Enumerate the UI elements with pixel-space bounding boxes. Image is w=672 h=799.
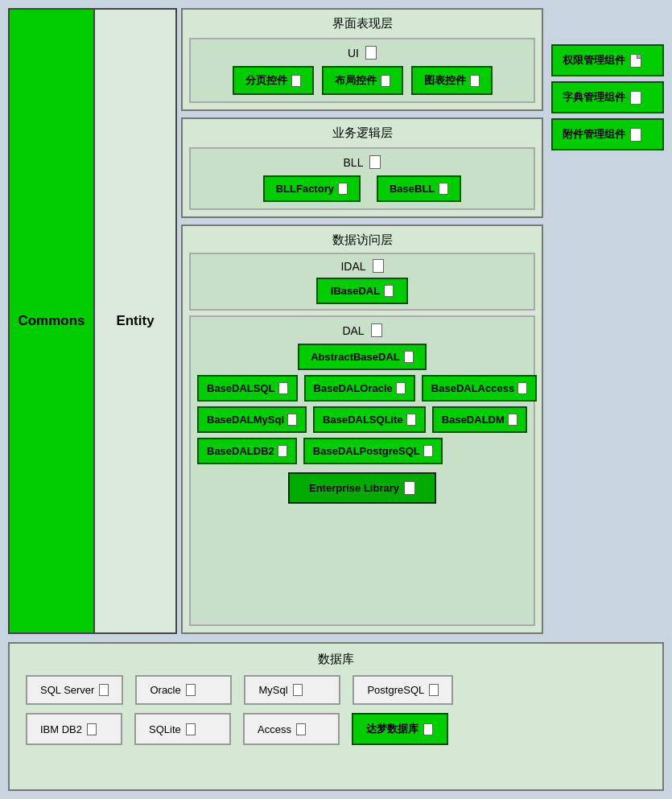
base-dal-postgresql-btn[interactable]: BaseDALPostgreSQL: [303, 438, 443, 464]
dict-mgmt-btn[interactable]: 字典管理组件: [551, 81, 664, 113]
bll-buttons: BLLFactory BaseBLL: [197, 175, 527, 202]
idal-doc-icon: [373, 259, 384, 273]
commons-label: Commons: [18, 313, 85, 329]
oracle-btn[interactable]: Oracle: [135, 675, 232, 705]
left-panel: Commons Entity: [8, 8, 177, 634]
idal-label: IDAL: [340, 260, 365, 273]
dal-label: DAL: [342, 324, 364, 337]
base-dal-mysql-btn[interactable]: BaseDALMySql: [197, 406, 307, 433]
bll-layer-title: 业务逻辑层: [189, 126, 535, 141]
ui-doc-icon: [365, 46, 377, 60]
attach-doc-icon: [630, 128, 641, 142]
right-panel: 权限管理组件 字典管理组件 附件管理组件: [551, 44, 664, 150]
base-dal-dm-btn[interactable]: BaseDALDM: [432, 406, 527, 433]
bll-box-label: BLL: [344, 156, 364, 169]
dal-doc-icon: [371, 323, 382, 337]
bll-doc-icon: [369, 155, 381, 169]
auth-doc-icon: [630, 54, 641, 68]
bllfactory-btn[interactable]: BLLFactory: [263, 175, 361, 202]
ui-layer: 界面表现层 UI 分页控件 布局控件 图表控件: [181, 8, 543, 111]
dal-box: DAL AbstractBaseDAL BaseDALSQL: [189, 315, 535, 626]
abstract-base-dal-btn[interactable]: AbstractBaseDAL: [298, 344, 427, 370]
ui-buttons: 分页控件 布局控件 图表控件: [197, 66, 527, 95]
ui-box-label: UI: [348, 47, 359, 60]
dal-layer-title: 数据访问层: [189, 233, 535, 248]
entity-box: Entity: [95, 8, 177, 634]
attach-mgmt-label: 附件管理组件: [563, 127, 625, 142]
chart-btn[interactable]: 图表控件: [411, 66, 493, 95]
dict-doc-icon: [630, 91, 641, 105]
sqlite-btn[interactable]: SQLite: [134, 713, 231, 745]
postgresql-btn[interactable]: PostgreSQL: [352, 675, 453, 705]
bll-box-header: BLL: [197, 155, 527, 169]
layout-btn[interactable]: 布局控件: [322, 66, 403, 95]
database-title: 数据库: [18, 652, 654, 667]
dal-layer: 数据访问层 IDAL IBaseDAL DAL: [181, 224, 543, 634]
entity-label: Entity: [116, 313, 154, 329]
base-dal-sqlite-btn[interactable]: BaseDALSQLite: [313, 406, 426, 433]
base-dal-sql-btn[interactable]: BaseDALSQL: [197, 375, 298, 402]
pagination-btn[interactable]: 分页控件: [233, 66, 314, 95]
ibasedal-btn[interactable]: IBaseDAL: [316, 278, 408, 304]
base-dal-db2-btn[interactable]: BaseDALDB2: [197, 438, 297, 464]
base-dal-access-btn[interactable]: BaseDALAccess: [422, 375, 537, 402]
center-content: 界面表现层 UI 分页控件 布局控件 图表控件: [181, 8, 543, 634]
dict-mgmt-label: 字典管理组件: [563, 90, 625, 105]
ibm-db2-btn[interactable]: IBM DB2: [26, 713, 122, 745]
attach-mgmt-btn[interactable]: 附件管理组件: [551, 118, 664, 150]
bll-inner-box: BLL BLLFactory BaseBLL: [189, 147, 535, 210]
dameng-btn[interactable]: 达梦数据库: [352, 713, 448, 745]
auth-mgmt-btn[interactable]: 权限管理组件: [551, 44, 664, 76]
sql-server-btn[interactable]: SQL Server: [26, 675, 123, 705]
ui-inner-box: UI 分页控件 布局控件 图表控件: [189, 38, 535, 103]
mysql-btn[interactable]: MySql: [244, 675, 340, 705]
bll-layer: 业务逻辑层 BLL BLLFactory BaseBLL: [181, 117, 543, 218]
enterprise-library-btn[interactable]: Enterprise Library: [288, 472, 436, 504]
commons-box: Commons: [8, 8, 95, 634]
base-dal-oracle-btn[interactable]: BaseDALOracle: [304, 375, 415, 402]
ui-box-header: UI: [197, 46, 527, 60]
ui-layer-title: 界面表现层: [189, 16, 535, 31]
auth-mgmt-label: 权限管理组件: [563, 53, 625, 68]
database-section: 数据库 SQL Server Oracle MySql PostgreSQL: [8, 642, 664, 791]
idal-box: IDAL IBaseDAL: [189, 253, 535, 311]
access-btn[interactable]: Access: [243, 713, 340, 745]
basebll-btn[interactable]: BaseBLL: [377, 175, 461, 202]
